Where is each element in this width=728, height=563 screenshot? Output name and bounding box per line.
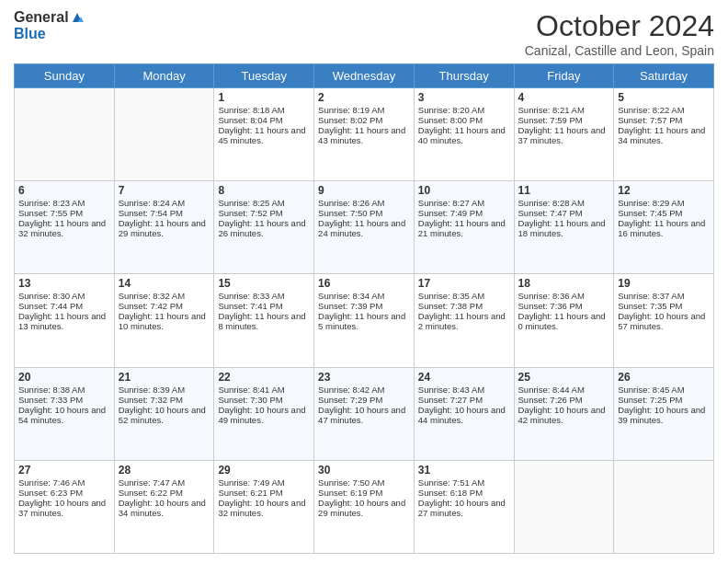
sunrise-text: Sunrise: 8:42 AM — [318, 385, 410, 395]
sunrise-text: Sunrise: 8:20 AM — [418, 105, 510, 115]
sunset-text: Sunset: 6:21 PM — [218, 488, 310, 498]
sunrise-text: Sunrise: 8:27 AM — [418, 198, 510, 208]
calendar-cell: 25Sunrise: 8:44 AMSunset: 7:26 PMDayligh… — [514, 367, 614, 460]
day-number: 28 — [119, 464, 210, 477]
calendar-cell: 12Sunrise: 8:29 AMSunset: 7:45 PMDayligh… — [614, 181, 714, 274]
day-number: 3 — [418, 91, 510, 104]
calendar-week-row: 27Sunrise: 7:46 AMSunset: 6:23 PMDayligh… — [15, 460, 714, 553]
sunrise-text: Sunrise: 8:28 AM — [518, 198, 610, 208]
calendar-cell: 4Sunrise: 8:21 AMSunset: 7:59 PMDaylight… — [514, 88, 614, 181]
sunset-text: Sunset: 8:04 PM — [218, 115, 310, 125]
day-number: 15 — [218, 277, 310, 290]
calendar-cell: 30Sunrise: 7:50 AMSunset: 6:19 PMDayligh… — [314, 460, 415, 553]
daylight-text: Daylight: 11 hours and 0 minutes. — [518, 311, 610, 331]
sunrise-text: Sunrise: 8:25 AM — [218, 198, 310, 208]
day-number: 22 — [218, 371, 310, 384]
logo-general: General — [14, 9, 69, 26]
logo-icon — [71, 11, 84, 24]
day-number: 18 — [518, 277, 610, 290]
day-number: 17 — [418, 277, 510, 290]
day-number: 7 — [119, 184, 210, 197]
day-number: 25 — [518, 371, 610, 384]
sunrise-text: Sunrise: 8:45 AM — [618, 385, 710, 395]
sunrise-text: Sunrise: 8:22 AM — [618, 105, 710, 115]
daylight-text: Daylight: 10 hours and 44 minutes. — [418, 405, 510, 425]
calendar-header-monday: Monday — [114, 64, 214, 88]
sunrise-text: Sunrise: 8:21 AM — [518, 105, 610, 115]
day-number: 19 — [618, 277, 710, 290]
calendar-cell: 2Sunrise: 8:19 AMSunset: 8:02 PMDaylight… — [314, 88, 415, 181]
calendar-cell: 3Sunrise: 8:20 AMSunset: 8:00 PMDaylight… — [414, 88, 514, 181]
calendar-cell: 29Sunrise: 7:49 AMSunset: 6:21 PMDayligh… — [214, 460, 314, 553]
day-number: 20 — [18, 371, 110, 384]
logo-blue: Blue — [14, 26, 46, 41]
daylight-text: Daylight: 11 hours and 16 minutes. — [618, 218, 710, 238]
logo: General Blue — [14, 9, 84, 42]
daylight-text: Daylight: 11 hours and 37 minutes. — [518, 125, 610, 145]
sunset-text: Sunset: 6:18 PM — [418, 488, 510, 498]
calendar-cell: 7Sunrise: 8:24 AMSunset: 7:54 PMDaylight… — [114, 181, 214, 274]
day-number: 21 — [119, 371, 210, 384]
sunrise-text: Sunrise: 8:32 AM — [119, 291, 210, 301]
sunset-text: Sunset: 7:41 PM — [218, 301, 310, 311]
calendar-header-wednesday: Wednesday — [314, 64, 415, 88]
sunset-text: Sunset: 7:32 PM — [119, 395, 210, 405]
calendar-cell: 24Sunrise: 8:43 AMSunset: 7:27 PMDayligh… — [414, 367, 514, 460]
calendar-header-tuesday: Tuesday — [214, 64, 314, 88]
daylight-text: Daylight: 10 hours and 34 minutes. — [119, 498, 210, 518]
sunrise-text: Sunrise: 8:41 AM — [218, 385, 310, 395]
daylight-text: Daylight: 11 hours and 21 minutes. — [418, 218, 510, 238]
sunrise-text: Sunrise: 8:26 AM — [318, 198, 410, 208]
sunrise-text: Sunrise: 7:46 AM — [18, 477, 110, 488]
calendar-cell — [114, 88, 214, 181]
calendar-cell: 9Sunrise: 8:26 AMSunset: 7:50 PMDaylight… — [314, 181, 415, 274]
daylight-text: Daylight: 11 hours and 40 minutes. — [418, 125, 510, 145]
day-number: 4 — [518, 91, 610, 104]
day-number: 29 — [218, 464, 310, 477]
day-number: 10 — [418, 184, 510, 197]
day-number: 16 — [318, 277, 410, 290]
calendar-cell: 16Sunrise: 8:34 AMSunset: 7:39 PMDayligh… — [314, 274, 415, 367]
daylight-text: Daylight: 11 hours and 10 minutes. — [119, 311, 210, 331]
sunrise-text: Sunrise: 8:24 AM — [119, 198, 210, 208]
sunrise-text: Sunrise: 8:29 AM — [618, 198, 710, 208]
calendar-week-row: 1Sunrise: 8:18 AMSunset: 8:04 PMDaylight… — [15, 88, 714, 181]
sunset-text: Sunset: 7:25 PM — [618, 395, 710, 405]
daylight-text: Daylight: 10 hours and 29 minutes. — [318, 498, 410, 518]
sunset-text: Sunset: 7:38 PM — [418, 301, 510, 311]
sunset-text: Sunset: 8:02 PM — [318, 115, 410, 125]
daylight-text: Daylight: 10 hours and 32 minutes. — [218, 498, 310, 518]
sunrise-text: Sunrise: 8:33 AM — [218, 291, 310, 301]
sunset-text: Sunset: 7:45 PM — [618, 208, 710, 218]
sunset-text: Sunset: 7:27 PM — [418, 395, 510, 405]
day-number: 6 — [18, 184, 110, 197]
calendar-cell: 28Sunrise: 7:47 AMSunset: 6:22 PMDayligh… — [114, 460, 214, 553]
daylight-text: Daylight: 11 hours and 24 minutes. — [318, 218, 410, 238]
sunrise-text: Sunrise: 8:39 AM — [119, 385, 210, 395]
calendar-cell: 1Sunrise: 8:18 AMSunset: 8:04 PMDaylight… — [214, 88, 314, 181]
daylight-text: Daylight: 10 hours and 54 minutes. — [18, 405, 110, 425]
calendar-cell: 27Sunrise: 7:46 AMSunset: 6:23 PMDayligh… — [15, 460, 115, 553]
sunrise-text: Sunrise: 7:47 AM — [119, 477, 210, 488]
sunrise-text: Sunrise: 7:49 AM — [218, 477, 310, 488]
daylight-text: Daylight: 11 hours and 5 minutes. — [318, 311, 410, 331]
month-title: October 2024 — [525, 9, 714, 43]
sunset-text: Sunset: 7:29 PM — [318, 395, 410, 405]
daylight-text: Daylight: 11 hours and 13 minutes. — [18, 311, 110, 331]
sunset-text: Sunset: 7:57 PM — [618, 115, 710, 125]
sunset-text: Sunset: 6:19 PM — [318, 488, 410, 498]
title-area: October 2024 Canizal, Castille and Leon,… — [525, 9, 714, 58]
daylight-text: Daylight: 11 hours and 2 minutes. — [418, 311, 510, 331]
calendar-cell: 5Sunrise: 8:22 AMSunset: 7:57 PMDaylight… — [614, 88, 714, 181]
sunrise-text: Sunrise: 8:30 AM — [18, 291, 110, 301]
sunrise-text: Sunrise: 8:36 AM — [518, 291, 610, 301]
sunset-text: Sunset: 7:35 PM — [618, 301, 710, 311]
sunset-text: Sunset: 7:33 PM — [18, 395, 110, 405]
calendar-header-thursday: Thursday — [414, 64, 514, 88]
sunrise-text: Sunrise: 8:34 AM — [318, 291, 410, 301]
calendar-week-row: 13Sunrise: 8:30 AMSunset: 7:44 PMDayligh… — [15, 274, 714, 367]
daylight-text: Daylight: 10 hours and 27 minutes. — [418, 498, 510, 518]
sunrise-text: Sunrise: 8:43 AM — [418, 385, 510, 395]
header: General Blue October 2024 Canizal, Casti… — [14, 9, 714, 58]
calendar-cell: 20Sunrise: 8:38 AMSunset: 7:33 PMDayligh… — [15, 367, 115, 460]
